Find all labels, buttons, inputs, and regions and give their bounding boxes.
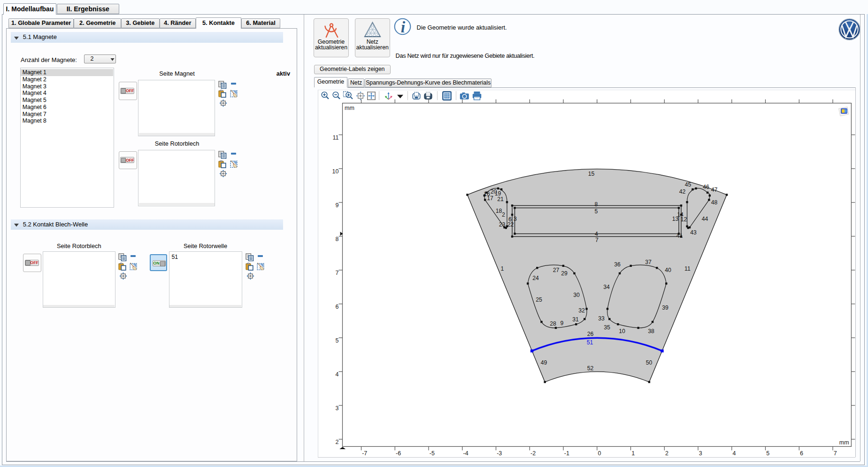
svg-text:3: 3	[514, 216, 517, 222]
svg-text:-1: -1	[564, 450, 569, 457]
svg-text:51: 51	[587, 339, 593, 346]
svg-text:4: 4	[733, 450, 736, 457]
svg-text:11: 11	[332, 134, 338, 141]
svg-text:35: 35	[604, 324, 610, 331]
svg-text:14: 14	[677, 211, 684, 218]
svg-text:-7: -7	[362, 450, 367, 457]
svg-text:41: 41	[676, 233, 683, 239]
svg-text:5: 5	[335, 337, 338, 344]
svg-text:3: 3	[335, 405, 338, 412]
svg-text:i: i	[401, 18, 406, 36]
svg-text:34: 34	[603, 284, 610, 290]
svg-text:4: 4	[335, 371, 338, 378]
svg-text:9: 9	[335, 202, 338, 209]
svg-text:2: 2	[502, 211, 505, 218]
svg-text:25: 25	[536, 296, 542, 303]
svg-text:27: 27	[553, 267, 560, 273]
svg-text:30: 30	[573, 292, 580, 298]
svg-text:28: 28	[550, 320, 556, 327]
svg-text:29: 29	[561, 270, 568, 277]
svg-text:42: 42	[679, 188, 686, 195]
svg-text:6: 6	[335, 304, 338, 310]
svg-text:32: 32	[578, 307, 585, 314]
svg-text:9: 9	[561, 320, 564, 327]
svg-text:23: 23	[499, 221, 506, 228]
svg-text:11: 11	[684, 265, 691, 272]
svg-text:24: 24	[532, 275, 539, 281]
svg-text:2: 2	[665, 450, 668, 457]
svg-text:18: 18	[496, 208, 502, 214]
svg-text:26: 26	[587, 331, 594, 337]
svg-text:1: 1	[501, 265, 504, 272]
svg-text:-5: -5	[430, 450, 435, 457]
svg-text:6: 6	[800, 450, 803, 457]
svg-text:45: 45	[685, 181, 691, 188]
svg-text:52: 52	[587, 365, 594, 372]
svg-text:mm: mm	[345, 105, 354, 111]
svg-text:-3: -3	[497, 450, 502, 457]
svg-text:1: 1	[631, 450, 635, 457]
svg-text:15: 15	[588, 171, 595, 177]
svg-text:49: 49	[541, 359, 547, 366]
svg-text:8: 8	[335, 236, 338, 242]
svg-text:44: 44	[702, 216, 708, 222]
svg-text:21: 21	[497, 196, 504, 202]
svg-text:-2: -2	[530, 450, 536, 457]
svg-text:48: 48	[711, 199, 718, 206]
svg-text:5: 5	[595, 208, 598, 215]
svg-text:8: 8	[595, 201, 598, 208]
svg-text:2: 2	[335, 439, 338, 445]
svg-text:3: 3	[699, 450, 702, 457]
svg-text:-4: -4	[463, 450, 469, 457]
svg-text:43: 43	[690, 229, 697, 236]
svg-text:36: 36	[614, 261, 621, 268]
svg-text:0: 0	[598, 450, 601, 457]
svg-text:38: 38	[648, 328, 654, 335]
svg-text:10: 10	[332, 168, 338, 175]
svg-text:47: 47	[711, 187, 718, 193]
svg-text:46: 46	[703, 184, 709, 190]
svg-text:17: 17	[487, 195, 493, 202]
svg-text:39: 39	[662, 304, 668, 311]
svg-text:40: 40	[665, 267, 671, 273]
svg-text:10: 10	[619, 328, 625, 335]
svg-text:31: 31	[572, 316, 579, 323]
svg-text:7: 7	[595, 237, 599, 243]
svg-text:7: 7	[834, 450, 837, 457]
svg-text:33: 33	[598, 315, 605, 322]
svg-text:7: 7	[335, 270, 338, 276]
svg-text:-6: -6	[396, 450, 401, 457]
svg-text:5: 5	[766, 450, 769, 457]
svg-text:mm: mm	[839, 439, 849, 446]
svg-text:37: 37	[645, 259, 652, 265]
svg-text:50: 50	[646, 359, 653, 366]
svg-text:22: 22	[507, 221, 514, 228]
